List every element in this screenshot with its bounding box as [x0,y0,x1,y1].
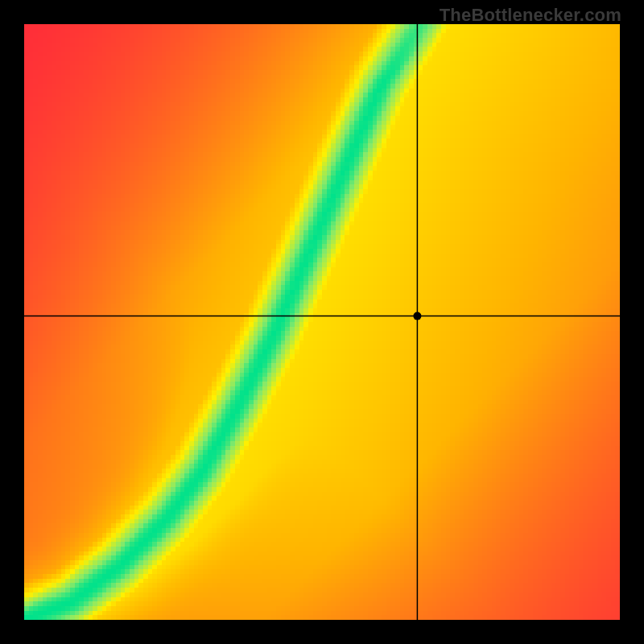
heatmap-canvas [24,24,620,620]
watermark-text: TheBottlenecker.com [440,5,621,26]
chart-outer: TheBottlenecker.com [0,0,644,644]
plot-area [24,24,620,620]
